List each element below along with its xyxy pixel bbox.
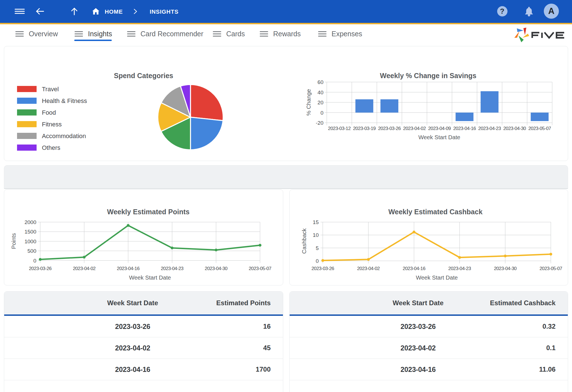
svg-text:5: 5 xyxy=(316,245,319,251)
svg-text:2023-03-12: 2023-03-12 xyxy=(328,126,351,131)
svg-text:Health & Fitness: Health & Fitness xyxy=(42,97,87,104)
svg-text:15: 15 xyxy=(313,219,319,225)
svg-text:2023-05-07: 2023-05-07 xyxy=(528,126,551,131)
svg-text:10: 10 xyxy=(313,232,319,238)
svg-text:40: 40 xyxy=(318,90,323,95)
svg-text:2023-04-09: 2023-04-09 xyxy=(428,126,451,131)
svg-text:2023-05-07: 2023-05-07 xyxy=(540,266,562,271)
svg-text:0: 0 xyxy=(320,110,323,116)
svg-text:-20: -20 xyxy=(316,120,323,126)
svg-text:2023-04-02: 2023-04-02 xyxy=(73,266,96,271)
svg-text:1500: 1500 xyxy=(25,229,36,235)
svg-text:Week Start Date: Week Start Date xyxy=(129,274,171,281)
svg-text:Spend Categories: Spend Categories xyxy=(114,72,173,80)
svg-text:2023-05-07: 2023-05-07 xyxy=(249,266,271,271)
svg-text:Week Start Date: Week Start Date xyxy=(418,134,460,140)
svg-text:2023-04-30: 2023-04-30 xyxy=(503,126,526,131)
svg-text:2023-04-02: 2023-04-02 xyxy=(357,266,380,271)
svg-text:Cashback: Cashback xyxy=(301,228,307,254)
svg-text:0: 0 xyxy=(316,258,319,264)
svg-text:0: 0 xyxy=(33,258,36,264)
svg-text:Weekly % Change in Savings: Weekly % Change in Savings xyxy=(380,72,476,80)
svg-text:2023-04-16: 2023-04-16 xyxy=(403,266,425,271)
svg-text:% Change: % Change xyxy=(305,89,312,116)
svg-text:Accommodation: Accommodation xyxy=(42,133,86,140)
svg-text:Weekly Estimated Cashback: Weekly Estimated Cashback xyxy=(388,208,482,216)
svg-text:2023-03-26: 2023-03-26 xyxy=(311,266,334,271)
svg-text:Fitness: Fitness xyxy=(42,121,62,128)
svg-text:2023-03-26: 2023-03-26 xyxy=(378,126,401,131)
svg-text:60: 60 xyxy=(318,79,323,85)
svg-text:2023-03-19: 2023-03-19 xyxy=(353,126,376,131)
svg-text:2023-04-30: 2023-04-30 xyxy=(205,266,227,271)
svg-text:500: 500 xyxy=(27,248,36,254)
svg-text:Points: Points xyxy=(10,233,17,249)
svg-text:2023-04-23: 2023-04-23 xyxy=(478,126,501,131)
svg-text:2023-04-16: 2023-04-16 xyxy=(117,266,139,271)
svg-text:20: 20 xyxy=(318,100,323,105)
svg-text:Food: Food xyxy=(42,109,56,116)
svg-text:Weekly Estimated Points: Weekly Estimated Points xyxy=(107,208,189,216)
svg-text:2023-04-30: 2023-04-30 xyxy=(494,266,516,271)
svg-text:Travel: Travel xyxy=(42,86,59,93)
svg-text:Week Start Date: Week Start Date xyxy=(416,274,458,281)
svg-text:2023-04-16: 2023-04-16 xyxy=(453,126,476,131)
svg-text:2000: 2000 xyxy=(25,219,36,225)
svg-text:1000: 1000 xyxy=(25,239,36,244)
svg-text:Others: Others xyxy=(42,144,60,151)
svg-text:2023-03-26: 2023-03-26 xyxy=(29,266,52,271)
svg-text:2023-04-02: 2023-04-02 xyxy=(403,126,426,131)
svg-text:2023-04-23: 2023-04-23 xyxy=(161,266,183,271)
svg-text:2023-04-23: 2023-04-23 xyxy=(448,266,471,271)
